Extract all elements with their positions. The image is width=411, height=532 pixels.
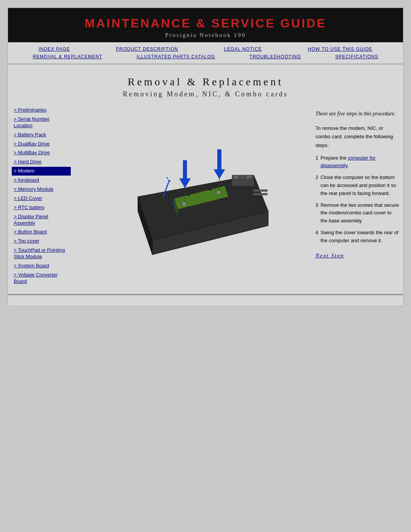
nav-parts-catalog[interactable]: ILLUSTRATED PARTS CATALOG <box>137 54 215 59</box>
svg-point-12 <box>209 189 212 191</box>
sidebar: > Preliminaries > Serial Number Location… <box>12 106 71 286</box>
sidebar-item-voltage-converter[interactable]: > Voltage Converter Board <box>12 271 71 286</box>
header: MAINTENANCE & SERVICE GUIDE Prosignia No… <box>8 8 403 42</box>
nav-troubleshooting[interactable]: TROUBLESHOOTING <box>249 54 301 59</box>
step-2: 2 Close the computer so the bottom can b… <box>315 174 399 197</box>
step-4-text: Swing the cover towards the rear of the … <box>320 229 399 245</box>
svg-marker-13 <box>180 160 191 187</box>
laptop-illustration <box>105 110 280 262</box>
sidebar-item-button-board[interactable]: > Button Board <box>12 228 71 236</box>
step-2-text: Close the computer so the bottom can be … <box>320 174 399 197</box>
sidebar-item-top-cover[interactable]: > Top cover <box>12 237 71 246</box>
svg-point-17 <box>182 202 186 206</box>
page-title: Removal & Replacement <box>16 76 395 88</box>
svg-point-11 <box>188 194 190 196</box>
svg-rect-8 <box>246 176 252 179</box>
svg-marker-19 <box>166 177 171 182</box>
page-subtitle: Removing Modem, NIC, & Combo cards <box>16 90 395 98</box>
sidebar-item-touchpad[interactable]: > TouchPad or Pointing Stick Module <box>12 246 71 261</box>
sidebar-item-modem[interactable]: > Modem <box>12 167 71 176</box>
step-1: 1 Prepare the computer for disassembly. <box>315 154 399 170</box>
nav-legal-notice[interactable]: LEGAL NOTICE <box>224 46 262 52</box>
computer-for-disassembly-link[interactable]: computer for disassembly <box>320 155 376 169</box>
sidebar-item-rtc-battery[interactable]: > RTC battery <box>12 203 71 212</box>
nav-product-description[interactable]: PRODUCT DESCRIPTION <box>116 46 178 52</box>
sidebar-item-led-cover[interactable]: > LED Cover <box>12 194 71 203</box>
sidebar-item-battery-pack[interactable]: > Battery Pack <box>12 131 71 139</box>
nav-specifications[interactable]: SPECIFICATIONS <box>335 54 378 59</box>
step-3: 3 Remove the two screws that secure the … <box>315 201 399 225</box>
sidebar-item-multibay-drive[interactable]: > MultiBay Drive <box>12 149 71 157</box>
step-4: 4 Swing the cover towards the rear of th… <box>315 229 399 245</box>
svg-marker-14 <box>214 150 225 179</box>
nav-row-1: INDEX PAGE PRODUCT DESCRIPTION LEGAL NOT… <box>8 45 403 53</box>
main-container: MAINTENANCE & SERVICE GUIDE Prosignia No… <box>8 8 403 306</box>
step-4-num: 4 <box>315 229 318 245</box>
step-1-num: 1 <box>315 154 318 170</box>
sidebar-item-preliminaries[interactable]: > Preliminaries <box>12 106 71 115</box>
sidebar-item-display-panel[interactable]: > Display Panel Assembly <box>12 212 71 228</box>
nav-row-2: REMOVAL & REPLACEMENT ILLUSTRATED PARTS … <box>8 53 403 61</box>
sidebar-item-dualbay-drive[interactable]: > DualBay Drive <box>12 140 71 149</box>
steps-list: 1 Prepare the computer for disassembly. … <box>315 154 399 245</box>
italic-intro: There are five steps in this procedure. <box>315 110 399 118</box>
step-3-text: Remove the two screws that secure the mo… <box>320 201 399 225</box>
svg-rect-6 <box>234 176 238 179</box>
instructions-text: To remove the modem, NIC, or combo card,… <box>315 124 399 149</box>
header-subtitle: Prosignia Notebook 190 <box>12 32 399 38</box>
step-1-text: Prepare the computer for disassembly. <box>320 154 399 170</box>
sidebar-item-keyboard[interactable]: > Keyboard <box>12 176 71 185</box>
laptop-svg <box>105 110 280 262</box>
nav-how-to-use[interactable]: HOW TO USE THIS GUIDE <box>308 46 373 52</box>
sidebar-item-memory-module[interactable]: > Memory Module <box>12 185 71 194</box>
svg-point-18 <box>217 190 221 194</box>
content-area: > Preliminaries > Serial Number Location… <box>8 102 403 294</box>
nav-index-page[interactable]: INDEX PAGE <box>38 46 70 52</box>
step-3-num: 3 <box>315 201 318 225</box>
step-2-num: 2 <box>315 174 318 197</box>
sidebar-item-hard-drive[interactable]: > Hard Drive <box>12 158 71 166</box>
image-area <box>75 106 310 286</box>
page-title-area: Removal & Replacement Removing Modem, NI… <box>8 64 403 102</box>
sidebar-item-system-board[interactable]: > System Board <box>12 262 71 270</box>
page-wrapper: MAINTENANCE & SERVICE GUIDE Prosignia No… <box>0 0 411 532</box>
header-title: MAINTENANCE & SERVICE GUIDE <box>12 16 399 30</box>
main-content: There are five steps in this procedure. … <box>75 106 399 286</box>
nav-bar: INDEX PAGE PRODUCT DESCRIPTION LEGAL NOT… <box>8 42 403 64</box>
footer-bar <box>8 294 403 306</box>
svg-rect-9 <box>253 190 268 192</box>
next-step-link[interactable]: Next Step <box>315 252 399 259</box>
right-panel: There are five steps in this procedure. … <box>315 106 399 286</box>
svg-rect-7 <box>240 176 244 179</box>
svg-rect-10 <box>253 193 268 195</box>
nav-removal-replacement[interactable]: REMOVAL & REPLACEMENT <box>33 54 102 59</box>
sidebar-item-serial-number[interactable]: > Serial Number Location <box>12 115 71 130</box>
